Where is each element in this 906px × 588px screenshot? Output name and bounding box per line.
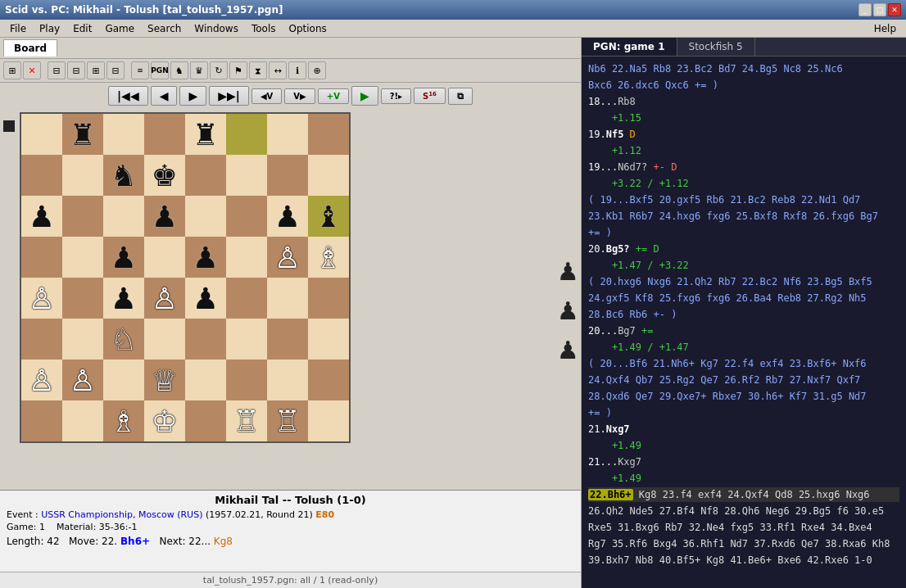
toolbar-btn-pgn[interactable]: PGN bbox=[151, 61, 169, 79]
toolbar-btn-6[interactable]: ⊟ bbox=[106, 61, 125, 79]
chess-square[interactable] bbox=[308, 155, 349, 196]
chess-square[interactable] bbox=[103, 196, 144, 237]
toolbar-btn-arrows[interactable]: ↔ bbox=[269, 61, 287, 79]
chess-square[interactable]: ♚ bbox=[144, 155, 185, 196]
chess-square[interactable]: ♗ bbox=[308, 237, 349, 278]
chess-square[interactable]: ♟ bbox=[185, 278, 226, 319]
chess-board[interactable]: ♜♜♞♚♟♟♟♝♟♟♙♗♙♟♙♟♘♙♙♕♗♔♖♖ bbox=[20, 112, 351, 443]
menu-tools[interactable]: Tools bbox=[245, 21, 283, 36]
chess-square[interactable] bbox=[226, 237, 267, 278]
chess-square[interactable]: ♟ bbox=[144, 196, 185, 237]
chess-square[interactable]: ♜ bbox=[185, 114, 226, 155]
toolbar-btn-4[interactable]: ⊟ bbox=[67, 61, 85, 79]
chess-square[interactable] bbox=[144, 319, 185, 360]
menu-play[interactable]: Play bbox=[33, 21, 66, 36]
toolbar-btn-3[interactable]: ⊟ bbox=[48, 61, 66, 79]
chess-square[interactable] bbox=[226, 155, 267, 196]
chess-square[interactable] bbox=[21, 319, 62, 360]
chess-square[interactable] bbox=[308, 360, 349, 400]
chess-square[interactable] bbox=[308, 114, 349, 155]
chess-square[interactable] bbox=[21, 400, 62, 441]
chess-square[interactable] bbox=[267, 360, 308, 400]
menu-file[interactable]: File bbox=[3, 21, 33, 36]
chess-square[interactable] bbox=[226, 114, 267, 155]
menu-help[interactable]: Help bbox=[867, 21, 903, 36]
chess-square[interactable]: ♟ bbox=[103, 278, 144, 319]
pgn-tab-game[interactable]: PGN: game 1 bbox=[582, 38, 677, 56]
nav-autoplay-button[interactable]: ▶ bbox=[351, 86, 378, 106]
chess-square[interactable] bbox=[144, 237, 185, 278]
menu-game[interactable]: Game bbox=[98, 21, 141, 36]
nav-first-button[interactable]: |◀◀ bbox=[108, 86, 148, 106]
nav-var-next-button[interactable]: V▶ bbox=[284, 88, 315, 104]
toolbar-btn-extra[interactable]: ⊕ bbox=[308, 61, 326, 79]
chess-square[interactable]: ♝ bbox=[308, 196, 349, 237]
chess-square[interactable]: ♟ bbox=[21, 196, 62, 237]
chess-square[interactable] bbox=[308, 319, 349, 360]
chess-square[interactable] bbox=[62, 319, 103, 360]
chess-square[interactable] bbox=[62, 278, 103, 319]
toolbar-btn-rotate[interactable]: ↻ bbox=[210, 61, 228, 79]
chess-square[interactable] bbox=[308, 400, 349, 441]
chess-square[interactable]: ♙ bbox=[144, 278, 185, 319]
close-button[interactable]: ✕ bbox=[888, 3, 901, 16]
chess-square[interactable] bbox=[62, 237, 103, 278]
chess-square[interactable]: ♔ bbox=[144, 400, 185, 441]
nav-next-button[interactable]: ▶ bbox=[179, 86, 206, 106]
chess-square[interactable] bbox=[226, 278, 267, 319]
chess-square[interactable]: ♕ bbox=[144, 360, 185, 400]
pgn-tab-engine[interactable]: Stockfish 5 bbox=[677, 38, 755, 56]
menu-edit[interactable]: Edit bbox=[66, 21, 98, 36]
chess-square[interactable] bbox=[267, 319, 308, 360]
chess-square[interactable] bbox=[267, 278, 308, 319]
chess-square[interactable] bbox=[103, 360, 144, 400]
chess-square[interactable]: ♖ bbox=[226, 400, 267, 441]
chess-square[interactable]: ♗ bbox=[103, 400, 144, 441]
chess-square[interactable] bbox=[226, 196, 267, 237]
chess-square[interactable] bbox=[226, 319, 267, 360]
chess-square[interactable] bbox=[62, 155, 103, 196]
menu-options[interactable]: Options bbox=[282, 21, 333, 36]
chess-square[interactable]: ♟ bbox=[103, 237, 144, 278]
chess-square[interactable]: ♙ bbox=[267, 237, 308, 278]
toolbar-btn-2[interactable]: ✕ bbox=[23, 61, 41, 79]
chess-square[interactable]: ♙ bbox=[21, 360, 62, 400]
tab-board[interactable]: Board bbox=[3, 39, 57, 57]
chess-square[interactable]: ♖ bbox=[267, 400, 308, 441]
chess-square[interactable] bbox=[185, 360, 226, 400]
maximize-button[interactable]: □ bbox=[873, 3, 886, 16]
chess-square[interactable] bbox=[144, 114, 185, 155]
chess-square[interactable] bbox=[308, 278, 349, 319]
minimize-button[interactable]: _ bbox=[858, 3, 872, 16]
nav-annotate-button[interactable]: ?!▸ bbox=[381, 88, 411, 104]
chess-square[interactable] bbox=[185, 196, 226, 237]
chess-square[interactable] bbox=[62, 400, 103, 441]
nav-add-var-button[interactable]: +V bbox=[318, 88, 349, 104]
chess-square[interactable] bbox=[185, 400, 226, 441]
chess-square[interactable] bbox=[21, 237, 62, 278]
chess-square[interactable] bbox=[21, 155, 62, 196]
chess-square[interactable]: ♘ bbox=[103, 319, 144, 360]
toolbar-btn-flag[interactable]: ⚑ bbox=[229, 61, 247, 79]
chess-square[interactable] bbox=[267, 114, 308, 155]
toolbar-btn-info[interactable]: ℹ bbox=[288, 61, 306, 79]
chess-square[interactable]: ♟ bbox=[267, 196, 308, 237]
chess-square[interactable]: ♙ bbox=[21, 278, 62, 319]
nav-score-button[interactable]: S16 bbox=[414, 88, 446, 104]
toolbar-btn-5[interactable]: ⊞ bbox=[87, 61, 105, 79]
nav-copy-button[interactable]: ⧉ bbox=[448, 88, 473, 105]
toolbar-btn-clock[interactable]: ⧗ bbox=[249, 61, 267, 79]
nav-prev-button[interactable]: ◀ bbox=[151, 86, 178, 106]
toolbar-btn-list[interactable]: ≡ bbox=[131, 61, 149, 79]
chess-square[interactable] bbox=[185, 319, 226, 360]
nav-var-prev-button[interactable]: ◀V bbox=[251, 88, 282, 104]
chess-square[interactable] bbox=[62, 196, 103, 237]
chess-square[interactable]: ♟ bbox=[185, 237, 226, 278]
menu-windows[interactable]: Windows bbox=[188, 21, 245, 36]
chess-square[interactable]: ♜ bbox=[62, 114, 103, 155]
chess-square[interactable] bbox=[226, 360, 267, 400]
toolbar-btn-1[interactable]: ⊞ bbox=[3, 61, 21, 79]
chess-square[interactable] bbox=[21, 114, 62, 155]
chess-square[interactable] bbox=[267, 155, 308, 196]
chess-square[interactable] bbox=[103, 114, 144, 155]
